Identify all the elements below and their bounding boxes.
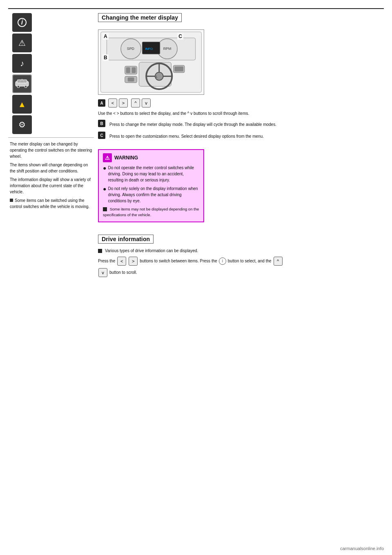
warning-header: ⚠ WARNING xyxy=(103,153,199,162)
diagram-label-a: A xyxy=(102,33,109,40)
right-column: Changing the meter display A B C xyxy=(98,13,384,279)
alert-icon-box[interactable]: ▲ xyxy=(12,95,32,114)
svg-point-2 xyxy=(17,85,20,88)
left-para-1: The meter display can be changed by oper… xyxy=(10,141,94,159)
warning-bullet-2: ● Do not rely solely on the display info… xyxy=(103,186,199,204)
up-arrow-button[interactable]: ^ xyxy=(131,98,140,107)
svg-rect-18 xyxy=(128,78,134,82)
drive-info-i-icon: i xyxy=(219,257,226,265)
menu-icon-grid: i ⚠ ♪ xyxy=(8,13,94,134)
warning-circle-icon: ⚠ xyxy=(18,38,26,48)
diagram-label-b: B xyxy=(102,54,109,61)
control-c-row: C Press to open the customization menu. … xyxy=(98,132,384,141)
info-icon-box[interactable]: i xyxy=(12,13,32,32)
left-note: Some items can be switched using the con… xyxy=(10,197,94,210)
bullet-dot-1: ● xyxy=(103,165,106,172)
page: i ⚠ ♪ xyxy=(0,0,392,555)
svg-point-3 xyxy=(24,85,27,88)
info-icon: i xyxy=(18,18,27,27)
drive-info-controls-row-2: v button to scroll. xyxy=(98,268,384,278)
warning-box: ⚠ WARNING ● Do not operate the meter con… xyxy=(98,149,204,222)
control-a-group: A < > ^ v xyxy=(98,98,384,108)
drive-info-section: Drive information Various types of drive… xyxy=(98,226,384,278)
control-a-buttons: < > ^ v xyxy=(108,98,151,108)
drive-info-up-btn[interactable]: ^ xyxy=(274,257,283,266)
drive-info-down-btn[interactable]: v xyxy=(98,268,107,277)
alert-triangle-icon: ▲ xyxy=(18,100,26,109)
gear-icon: ⚙ xyxy=(18,120,26,130)
warning-note-text: Some items may not be displayed dependin… xyxy=(103,207,199,217)
left-arrow-button[interactable]: < xyxy=(108,98,117,107)
control-a-label: A xyxy=(98,99,105,107)
bullet-dot-2: ● xyxy=(103,186,106,192)
drive-info-desc-3: button to select, and the xyxy=(228,259,272,263)
control-a-description: Use the < > buttons to select the displa… xyxy=(98,110,384,116)
warning-body: ● Do not operate the meter control switc… xyxy=(103,165,199,218)
drive-info-note-row: Various types of drive information can b… xyxy=(98,248,384,254)
control-b-description: Press to change the meter display mode. … xyxy=(109,121,276,128)
drive-info-title: Drive information xyxy=(102,236,150,242)
control-b-label: B xyxy=(98,120,105,127)
drive-info-note-text: Various types of drive information can b… xyxy=(105,248,198,253)
meter-display-title: Changing the meter display xyxy=(102,14,178,21)
car-interior-diagram: A B C xyxy=(98,29,204,95)
interior-svg: L SPD xyxy=(98,30,204,94)
settings-icon-box[interactable]: ⚙ xyxy=(12,115,32,134)
music-icon: ♪ xyxy=(20,59,24,68)
right-arrow-button[interactable]: > xyxy=(119,98,128,107)
watermark: carmanualsonline.info xyxy=(340,546,384,551)
svg-rect-16 xyxy=(132,67,136,73)
left-divider xyxy=(8,137,94,138)
svg-rect-15 xyxy=(126,67,130,73)
meter-display-section: Changing the meter display A B C xyxy=(98,13,384,141)
drive-info-desc-2: buttons to switch between items. Press t… xyxy=(140,259,217,263)
diagram-label-c: C xyxy=(177,33,183,40)
svg-text:INFO: INFO xyxy=(145,47,153,51)
car-icon xyxy=(15,78,29,90)
svg-text:SPD: SPD xyxy=(127,47,134,51)
top-divider xyxy=(8,8,384,9)
meter-display-header: Changing the meter display xyxy=(98,13,182,22)
control-c-label: C xyxy=(98,132,105,139)
warning-text-1: Do not operate the meter control switche… xyxy=(108,165,199,183)
drive-info-right-btn[interactable]: > xyxy=(129,257,138,266)
down-arrow-button[interactable]: v xyxy=(142,98,151,107)
control-c-description: Press to open the customization menu. Se… xyxy=(109,133,264,139)
warning-circle-icon-box[interactable]: ⚠ xyxy=(12,34,32,52)
drive-info-desc-4: button to scroll. xyxy=(109,270,137,275)
left-description: The meter display can be changed by oper… xyxy=(8,141,94,210)
drive-info-left-btn[interactable]: < xyxy=(117,257,126,266)
left-para-3: The information display will show a vari… xyxy=(10,177,94,195)
control-b-row: B Press to change the meter display mode… xyxy=(98,120,384,129)
warning-text-2: Do not rely solely on the display inform… xyxy=(108,186,199,204)
drive-info-desc-1: Press the xyxy=(98,259,115,263)
left-column: i ⚠ ♪ xyxy=(8,13,94,279)
music-icon-box[interactable]: ♪ xyxy=(12,54,32,73)
svg-text:RPM: RPM xyxy=(163,47,172,51)
svg-text:L: L xyxy=(156,75,158,78)
drive-info-controls-row: Press the < > buttons to switch between … xyxy=(98,256,384,266)
warning-bullet-1: ● Do not operate the meter control switc… xyxy=(103,165,199,183)
car-icon-box[interactable] xyxy=(12,74,32,93)
warning-title: WARNING xyxy=(114,155,138,161)
warning-triangle-icon: ⚠ xyxy=(103,153,112,162)
svg-rect-20 xyxy=(174,67,183,72)
svg-rect-1 xyxy=(17,80,27,83)
drive-info-header: Drive information xyxy=(98,235,154,244)
left-para-2: The items shown will change depending on… xyxy=(10,162,94,174)
warning-note: Some items may not be displayed dependin… xyxy=(103,206,199,218)
